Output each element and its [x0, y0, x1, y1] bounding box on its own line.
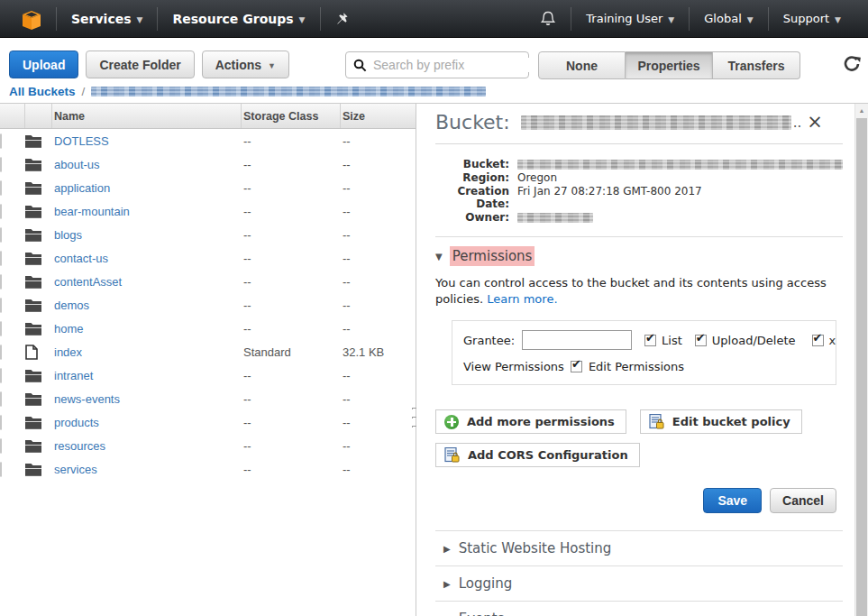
- object-link[interactable]: bear-mountain: [54, 205, 130, 218]
- object-link[interactable]: news-events: [54, 392, 120, 406]
- storage-class-cell: --: [242, 158, 341, 171]
- breadcrumb-all-buckets-link[interactable]: All Buckets: [9, 85, 76, 98]
- permissions-description: You can control access to the bucket and…: [435, 275, 836, 307]
- object-link[interactable]: products: [54, 416, 99, 429]
- row-checkbox[interactable]: [0, 274, 2, 290]
- nav-support-menu[interactable]: Support ▼: [769, 0, 855, 37]
- header-name[interactable]: Name: [52, 104, 242, 128]
- permissions-header-label: Permissions: [450, 246, 535, 266]
- nav-services-menu[interactable]: Services ▼: [57, 0, 157, 37]
- refresh-icon[interactable]: [841, 53, 863, 75]
- table-row: blogs -- --: [0, 223, 416, 246]
- scrollbar-thumb[interactable]: [856, 118, 867, 616]
- row-checkbox[interactable]: [0, 227, 2, 243]
- row-checkbox[interactable]: [0, 368, 2, 383]
- view-properties-button[interactable]: Properties: [626, 51, 713, 79]
- row-checkbox[interactable]: [0, 204, 2, 219]
- row-checkbox[interactable]: [0, 133, 2, 149]
- object-link[interactable]: about-us: [54, 158, 100, 171]
- search-input[interactable]: [373, 58, 536, 72]
- table-row: DOTLESS -- --: [0, 129, 416, 152]
- notifications-button[interactable]: [525, 0, 571, 37]
- row-checkbox[interactable]: [0, 251, 2, 266]
- learn-more-link[interactable]: Learn more.: [487, 292, 557, 306]
- storage-class-cell: --: [242, 205, 341, 218]
- chevron-right-icon: ▶: [443, 544, 451, 554]
- object-link[interactable]: application: [54, 181, 110, 195]
- add-cors-configuration-button[interactable]: Add CORS Configuration: [435, 443, 640, 467]
- panel-title: Bucket:: [435, 111, 510, 133]
- pin-shortcut-button[interactable]: [321, 0, 363, 37]
- row-checkbox[interactable]: [0, 438, 2, 454]
- actions-dropdown-button[interactable]: Actions ▼: [202, 51, 289, 78]
- add-more-permissions-button[interactable]: Add more permissions: [435, 409, 626, 434]
- object-link[interactable]: DOTLESS: [54, 134, 109, 148]
- storage-class-cell: --: [242, 369, 341, 382]
- scrollbar-up-arrow-icon[interactable]: ▲: [855, 104, 868, 117]
- upload-button[interactable]: Upload: [9, 51, 78, 78]
- nav-user-menu[interactable]: Training User ▼: [571, 0, 689, 37]
- row-checkbox[interactable]: [0, 391, 2, 407]
- row-checkbox[interactable]: [0, 180, 2, 196]
- size-cell: --: [341, 252, 416, 265]
- size-cell: --: [341, 205, 416, 218]
- row-checkbox[interactable]: [0, 462, 2, 477]
- edit-bucket-policy-button[interactable]: Edit bucket policy: [640, 409, 802, 434]
- object-link[interactable]: demos: [54, 299, 89, 312]
- breadcrumb: All Buckets /: [9, 85, 486, 98]
- view-permissions-checkbox[interactable]: [812, 335, 824, 346]
- section-logging[interactable]: ▶ Logging: [435, 565, 843, 601]
- close-icon[interactable]: ×: [807, 113, 823, 132]
- table-row: bear-mountain -- --: [0, 199, 416, 223]
- object-link[interactable]: home: [54, 322, 84, 336]
- table-row: news-events -- --: [0, 387, 416, 410]
- table-row: index Standard 32.1 KB: [0, 340, 416, 363]
- aws-logo[interactable]: [0, 0, 56, 37]
- grantee-row: Grantee: List Upload/Delete x: [463, 330, 825, 350]
- folder-icon: [25, 275, 52, 289]
- folder-icon: [25, 299, 52, 312]
- list-checkbox[interactable]: [644, 335, 656, 346]
- object-link[interactable]: intranet: [54, 369, 93, 382]
- row-checkbox[interactable]: [0, 345, 2, 360]
- policy-document-lock-icon: [649, 414, 664, 429]
- row-checkbox[interactable]: [0, 157, 2, 172]
- save-button[interactable]: Save: [703, 488, 762, 513]
- row-checkbox[interactable]: [0, 415, 2, 430]
- header-size[interactable]: Size: [341, 104, 416, 128]
- properties-panel: Bucket: .. × Bucket: Region: Oregon Crea…: [416, 104, 854, 616]
- bucket-details: Bucket: Region: Oregon Creation Date: Fr…: [435, 158, 843, 224]
- detail-label: Region:: [435, 171, 509, 184]
- nav-region-label: Global: [704, 12, 741, 25]
- nav-region-menu[interactable]: Global ▼: [690, 0, 767, 37]
- upload-delete-checkbox[interactable]: [695, 335, 707, 346]
- object-link[interactable]: services: [54, 463, 97, 476]
- remove-grantee-button[interactable]: x: [829, 334, 838, 347]
- storage-class-cell: --: [242, 416, 341, 429]
- grantee-input[interactable]: [522, 330, 632, 350]
- permissions-header[interactable]: ▼ Permissions: [435, 237, 843, 266]
- cancel-button[interactable]: Cancel: [770, 488, 836, 513]
- object-link[interactable]: blogs: [54, 228, 82, 242]
- row-checkbox[interactable]: [0, 321, 2, 336]
- size-cell: --: [341, 392, 416, 406]
- header-storage-class[interactable]: Storage Class: [242, 104, 341, 128]
- section-label: Events: [459, 611, 505, 616]
- section-events[interactable]: ▶ Events: [435, 601, 843, 616]
- create-folder-button[interactable]: Create Folder: [86, 51, 194, 78]
- section-static-website-hosting[interactable]: ▶ Static Website Hosting: [435, 530, 843, 565]
- view-transfers-button[interactable]: Transfers: [713, 51, 800, 79]
- nav-resource-groups-menu[interactable]: Resource Groups ▼: [158, 0, 319, 37]
- folder-icon: [25, 392, 52, 406]
- aws-cube-icon: [20, 6, 43, 32]
- object-link[interactable]: contentAsset: [54, 275, 122, 289]
- object-link[interactable]: resources: [54, 439, 105, 453]
- edit-permissions-checkbox[interactable]: [571, 361, 582, 372]
- view-none-button[interactable]: None: [538, 51, 626, 79]
- object-link[interactable]: index: [54, 345, 82, 359]
- object-link[interactable]: contact-us: [54, 252, 108, 265]
- panel-scrollbar[interactable]: ▲: [854, 104, 868, 616]
- size-cell: --: [341, 158, 416, 171]
- row-checkbox[interactable]: [0, 298, 2, 313]
- storage-class-cell: --: [242, 299, 341, 312]
